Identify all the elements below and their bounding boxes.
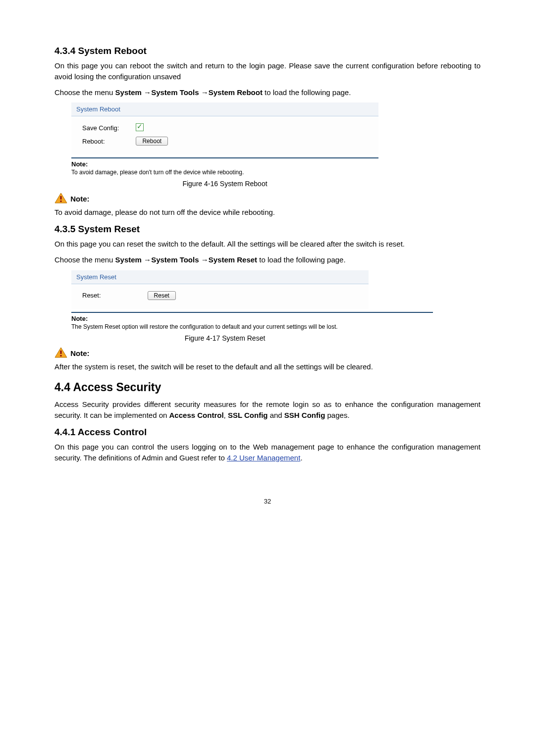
figure-caption-4-17: Figure 4-17 System Reset bbox=[71, 334, 378, 342]
reboot-button[interactable]: Reboot bbox=[136, 137, 168, 146]
reboot-label: Reboot: bbox=[75, 135, 129, 148]
svg-rect-1 bbox=[60, 196, 62, 200]
intro-4-4-1: On this page you can control the users l… bbox=[54, 442, 481, 463]
panel-note-text-reset: The System Reset option will restore the… bbox=[71, 323, 433, 330]
heading-4-3-4: 4.3.4 System Reboot bbox=[54, 46, 481, 56]
panel-note-label-reset: Note: bbox=[71, 315, 433, 322]
intro-4-3-5: On this page you can reset the switch to… bbox=[54, 239, 481, 250]
page-number: 32 bbox=[54, 498, 481, 505]
save-config-checkbox[interactable] bbox=[136, 123, 144, 131]
menu-path-reboot: Choose the menu System →System Tools →Sy… bbox=[54, 87, 481, 98]
figure-caption-4-16: Figure 4-16 System Reboot bbox=[71, 180, 378, 188]
intro-4-4: Access Security provides different secur… bbox=[54, 399, 481, 421]
panel-note-label-reboot: Note: bbox=[71, 160, 378, 168]
heading-4-4: 4.4 Access Security bbox=[54, 381, 481, 394]
warning-icon bbox=[54, 193, 67, 205]
menu-path-reset: Choose the menu System →System Tools →Sy… bbox=[54, 254, 481, 265]
warn-note-label-reset: Note: bbox=[70, 349, 89, 357]
heading-4-3-5: 4.3.5 System Reset bbox=[54, 224, 481, 235]
heading-4-4-1: 4.4.1 Access Control bbox=[54, 427, 481, 438]
warn-note-text-reset: After the system is reset, the switch wi… bbox=[54, 361, 481, 372]
figure-system-reset: System Reset Reset: Reset Note: The Syst… bbox=[71, 270, 433, 330]
save-config-label: Save Config: bbox=[75, 121, 129, 135]
panel-title-reset: System Reset bbox=[71, 270, 369, 284]
reset-label: Reset: bbox=[75, 289, 141, 302]
reset-button[interactable]: Reset bbox=[148, 291, 176, 300]
svg-rect-4 bbox=[60, 351, 62, 354]
warning-icon bbox=[54, 347, 67, 359]
warn-note-label-reboot: Note: bbox=[70, 195, 89, 203]
svg-rect-2 bbox=[60, 201, 62, 202]
link-user-management[interactable]: 4.2 User Management bbox=[227, 454, 300, 462]
intro-4-3-4: On this page you can reboot the switch a… bbox=[54, 60, 481, 82]
figure-system-reboot: System Reboot Save Config: Reboot: Reboo… bbox=[71, 102, 378, 176]
warn-note-text-reboot: To avoid damage, please do not turn off … bbox=[54, 207, 481, 218]
svg-rect-5 bbox=[60, 355, 62, 356]
panel-note-text-reboot: To avoid damage, please don't turn off t… bbox=[71, 169, 378, 176]
panel-title-reboot: System Reboot bbox=[71, 102, 378, 116]
